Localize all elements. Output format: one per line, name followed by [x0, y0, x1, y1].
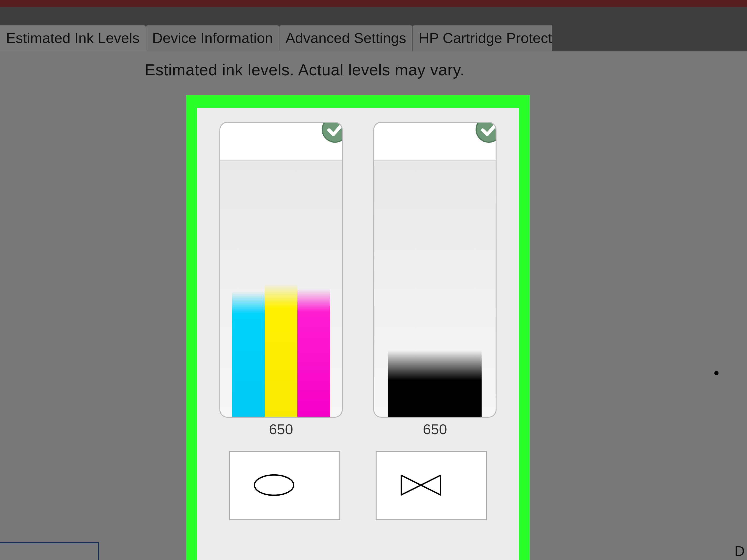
- cartridge-indicator-row: [197, 451, 519, 520]
- cartridge-color: 650: [219, 122, 343, 437]
- tab-estimated-ink-levels[interactable]: Estimated Ink Levels: [0, 25, 146, 51]
- ink-bar-magenta: [298, 161, 330, 417]
- ink-bar-yellow: [265, 161, 298, 417]
- ink-fill-black: [388, 350, 482, 417]
- cartridge-row: 650 650: [197, 122, 519, 437]
- black-cartridge-indicator[interactable]: [376, 451, 487, 520]
- window-titlebar: [0, 0, 747, 7]
- bottom-right-text-fragment: D: [735, 543, 745, 559]
- bowtie-icon: [396, 471, 466, 501]
- svg-point-2: [254, 475, 294, 496]
- black-cartridge-gauge: [373, 122, 496, 418]
- ink-fill-yellow: [265, 284, 298, 417]
- ink-fill-cyan: [232, 291, 265, 417]
- tricolor-ink-bars: [232, 161, 330, 417]
- tab-advanced-settings[interactable]: Advanced Settings: [279, 25, 413, 51]
- tab-hp-cartridge-protection[interactable]: HP Cartridge Protectio: [412, 25, 552, 51]
- black-cartridge-number: 650: [423, 421, 447, 437]
- gauge-body: [221, 161, 342, 417]
- tab-strip: Estimated Ink Levels Device Information …: [0, 21, 747, 51]
- ink-bar-cyan: [232, 161, 265, 417]
- color-cartridge-number: 650: [269, 421, 293, 437]
- color-cartridge-indicator[interactable]: [229, 451, 340, 520]
- decorative-dot: [714, 371, 719, 375]
- status-ok-icon: [475, 122, 496, 143]
- bottom-left-panel-edge: [0, 542, 99, 560]
- ink-levels-panel: 650 650: [197, 108, 519, 560]
- tab-device-information[interactable]: Device Information: [146, 25, 279, 51]
- ellipse-icon: [250, 471, 319, 501]
- ink-levels-subtitle: Estimated ink levels. Actual levels may …: [145, 61, 465, 79]
- gauge-body: [374, 161, 496, 417]
- status-ok-icon: [321, 122, 343, 143]
- ink-fill-magenta: [298, 289, 330, 417]
- cartridge-black: 650: [373, 122, 497, 437]
- color-cartridge-gauge: [220, 122, 343, 418]
- ink-levels-highlight: 650 650: [186, 95, 530, 560]
